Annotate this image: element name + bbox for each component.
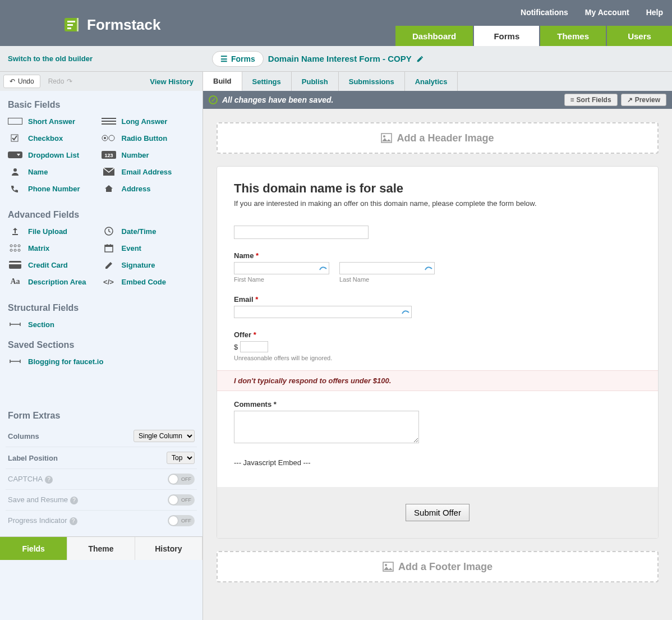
link-my-account[interactable]: My Account	[585, 8, 629, 17]
add-footer-image[interactable]: Add a Footer Image	[217, 551, 659, 582]
field-datetime[interactable]: Date/Time	[102, 227, 195, 236]
tab-analytics[interactable]: Analytics	[405, 72, 458, 91]
field-number[interactable]: 123Number	[102, 150, 195, 159]
field-matrix[interactable]: Matrix	[8, 244, 102, 252]
field-label: Checkbox	[28, 134, 63, 143]
svg-point-11	[104, 137, 106, 139]
email-field-block: Email *	[234, 295, 641, 318]
redo-label: Redo	[48, 77, 65, 85]
field-credit-card[interactable]: Credit Card	[8, 260, 102, 269]
nav-forms[interactable]: Forms	[474, 26, 539, 46]
long-answer-icon	[102, 117, 116, 126]
last-name-input[interactable]	[339, 262, 435, 274]
add-header-image-label: Add a Header Image	[397, 132, 494, 144]
field-embed-code[interactable]: </>Embed Code	[102, 277, 195, 286]
tab-build[interactable]: Build	[203, 72, 242, 91]
field-email-address[interactable]: Email Address	[102, 167, 195, 176]
redo-button[interactable]: Redo ↷	[43, 75, 79, 88]
field-description-area[interactable]: AaDescription Area	[8, 277, 102, 286]
external-link-icon: ↗	[627, 96, 633, 104]
link-help[interactable]: Help	[646, 8, 663, 17]
captcha-toggle[interactable]: OFF	[168, 474, 195, 485]
field-label: Credit Card	[28, 261, 68, 269]
field-label: Matrix	[28, 244, 49, 252]
sidebar-tab-history[interactable]: History	[135, 537, 202, 560]
person-icon	[8, 167, 22, 176]
svg-point-24	[14, 249, 16, 251]
brand-name: Formstack	[87, 16, 161, 34]
svg-point-23	[10, 249, 12, 251]
field-address[interactable]: Address	[102, 184, 195, 193]
tab-submissions[interactable]: Submissions	[339, 72, 405, 91]
help-icon[interactable]: ?	[70, 517, 77, 525]
sort-icon: ≡	[570, 96, 574, 104]
field-radio-button[interactable]: Radio Button	[102, 134, 195, 143]
help-icon[interactable]: ?	[45, 476, 53, 484]
breadcrumb-forms-button[interactable]: ☰ Forms	[212, 51, 264, 67]
primary-nav: Dashboard Forms Themes Users	[394, 26, 672, 46]
offer-input[interactable]	[240, 341, 268, 352]
toolbar-row: ↶ Undo Redo ↷ View History Build Setting…	[0, 72, 672, 91]
autofill-icon	[319, 263, 328, 272]
toolbar-left: ↶ Undo Redo ↷ View History	[0, 72, 203, 91]
field-label: Date/Time	[122, 227, 157, 236]
checkbox-icon	[8, 134, 22, 143]
save-resume-toggle[interactable]: OFF	[168, 494, 195, 506]
sidebar-tab-fields[interactable]: Fields	[0, 537, 67, 560]
extra-label-position: Label Position Top	[6, 447, 197, 469]
view-history-link[interactable]: View History	[150, 77, 199, 86]
first-name-input[interactable]	[234, 262, 329, 274]
email-input[interactable]	[234, 306, 412, 318]
field-phone-number[interactable]: Phone Number	[8, 184, 102, 193]
submit-offer-button[interactable]: Submit Offer	[406, 504, 470, 521]
nav-dashboard[interactable]: Dashboard	[395, 26, 473, 46]
field-label: Dropdown List	[28, 151, 79, 159]
field-label: Short Answer	[28, 117, 75, 126]
undo-button[interactable]: ↶ Undo	[3, 75, 40, 88]
field-dropdown-list[interactable]: Dropdown List	[8, 150, 102, 159]
edit-title-icon[interactable]	[416, 55, 424, 63]
sidebar-tab-theme[interactable]: Theme	[67, 537, 135, 560]
svg-point-25	[18, 249, 20, 251]
field-short-answer[interactable]: Short Answer	[8, 117, 102, 126]
progress-toggle[interactable]: OFF	[168, 515, 195, 526]
label-position-select[interactable]: Top	[167, 452, 195, 464]
saved-section-blogging[interactable]: Blogging for faucet.io	[8, 357, 195, 366]
field-section[interactable]: Section	[8, 320, 195, 329]
field-file-upload[interactable]: File Upload	[8, 227, 102, 236]
preview-button[interactable]: ↗Preview	[621, 94, 666, 106]
nav-users[interactable]: Users	[607, 26, 672, 46]
field-label: Event	[122, 244, 141, 252]
link-notifications[interactable]: Notifications	[521, 8, 568, 17]
comments-textarea[interactable]	[234, 411, 419, 443]
add-header-image[interactable]: Add a Header Image	[217, 122, 659, 154]
field-event[interactable]: Event	[102, 244, 195, 252]
field-checkbox[interactable]: Checkbox	[8, 134, 102, 143]
tab-settings[interactable]: Settings	[242, 72, 292, 91]
name-label: Name	[234, 251, 254, 260]
required-asterisk: *	[256, 251, 259, 260]
form-title: This domain name is for sale	[234, 181, 641, 196]
nav-themes[interactable]: Themes	[540, 26, 606, 46]
preview-label: Preview	[635, 96, 660, 104]
form-preview-card: This domain name is for sale If you are …	[217, 166, 659, 539]
field-long-answer[interactable]: Long Answer	[102, 117, 195, 126]
extra-progress-indicator: Progress Indicator? OFF	[6, 510, 197, 531]
comments-label: Comments	[234, 400, 271, 408]
sort-fields-button[interactable]: ≡Sort Fields	[564, 94, 618, 106]
first-name-sublabel: First Name	[234, 276, 329, 283]
saved-sections-heading: Saved Sections	[0, 331, 202, 355]
secondary-bar: Switch to the old builder ☰ Forms Domain…	[0, 46, 672, 72]
field-label: Radio Button	[122, 134, 168, 143]
top-links: Notifications My Account Help	[521, 8, 663, 17]
brand-logo[interactable]: Formstack	[65, 16, 161, 34]
field-signature[interactable]: Signature	[102, 260, 195, 269]
field-name[interactable]: Name	[8, 167, 102, 176]
columns-select[interactable]: Single Column	[134, 430, 195, 442]
extra-save-resume-label: Save and Resume	[8, 495, 68, 504]
tab-publish[interactable]: Publish	[292, 72, 339, 91]
help-icon[interactable]: ?	[70, 497, 78, 504]
unnamed-field-input[interactable]	[234, 226, 369, 239]
switch-old-builder-link[interactable]: Switch to the old builder	[8, 54, 93, 63]
dropdown-icon	[8, 150, 22, 159]
